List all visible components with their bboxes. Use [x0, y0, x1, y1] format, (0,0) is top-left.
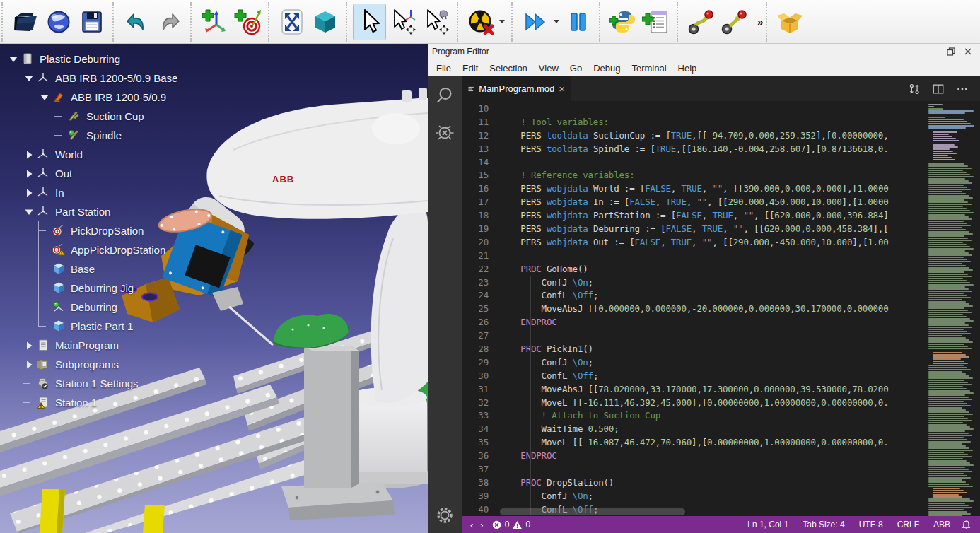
fast-simulation-button[interactable]: [518, 4, 552, 40]
toolbar-overflow-chevron[interactable]: »: [754, 16, 766, 28]
add-reference-frame-button[interactable]: [197, 4, 231, 40]
expander-open-icon[interactable]: [23, 206, 35, 218]
status-back-icon[interactable]: ‹: [467, 520, 476, 530]
plugins-box-button[interactable]: [773, 4, 806, 40]
tree-item-deburring-jig[interactable]: Deburring Jig: [4, 279, 177, 298]
menu-terminal[interactable]: Terminal: [626, 62, 672, 75]
tree-item-world[interactable]: World: [4, 145, 177, 164]
move-reference-tool-button[interactable]: [386, 4, 419, 40]
add-program-button[interactable]: [639, 4, 672, 40]
code-line[interactable]: 23 ConfJ \On;: [462, 276, 925, 290]
search-icon[interactable]: [434, 85, 455, 106]
menu-help[interactable]: Help: [672, 62, 703, 75]
check-collisions-button[interactable]: [464, 4, 497, 40]
menu-selection[interactable]: Selection: [484, 62, 532, 75]
expander-closed-icon[interactable]: [23, 168, 35, 180]
expander-open-icon[interactable]: [23, 72, 35, 84]
add-target-button[interactable]: [231, 4, 264, 40]
language-mode[interactable]: ABB: [930, 520, 954, 529]
open-station-button[interactable]: [8, 4, 42, 40]
check-collisions-dropdown-caret[interactable]: [499, 20, 505, 23]
code-line[interactable]: 12 PERS tooldata SuctionCup := [TRUE,[[-…: [462, 129, 925, 143]
tree-item-spindle[interactable]: Spindle: [4, 126, 177, 145]
code-line[interactable]: 10: [462, 102, 925, 116]
tree-item-abb-irb-1200-5-0-9-base[interactable]: ABB IRB 1200-5/0.9 Base: [4, 69, 177, 88]
tree-item-base[interactable]: Base: [4, 259, 177, 279]
code-line[interactable]: 13 PERS tooldata Spindle := [TRUE,[[186.…: [462, 143, 925, 156]
tree-item-plastic-deburring[interactable]: Plastic Deburring: [4, 49, 177, 69]
encoding[interactable]: UTF-8: [856, 520, 887, 529]
tree-item-plastic-part-1[interactable]: Plastic Part 1: [4, 317, 177, 336]
compare-changes-icon[interactable]: [908, 83, 921, 95]
fast-simulation-dropdown-caret[interactable]: [554, 20, 559, 23]
code-lines[interactable]: 1011 ! Tool variables:12 PERS tooldata S…: [462, 101, 925, 516]
tree-item-abb-irb-1200-5-0-9[interactable]: ABB IRB 1200-5/0.9: [4, 88, 177, 107]
code-line[interactable]: 31 MoveAbsJ [[78.020000,33.170000,17.300…: [462, 383, 925, 397]
expander-closed-icon[interactable]: [23, 358, 35, 370]
tree-item-in[interactable]: In: [4, 183, 177, 202]
notifications-bell-icon[interactable]: [961, 520, 972, 530]
open-online-library-button[interactable]: [42, 4, 75, 40]
debug-icon[interactable]: [434, 122, 455, 143]
tree-item-deburring[interactable]: Deburring: [4, 298, 177, 317]
add-python-program-button[interactable]: [606, 4, 639, 40]
menu-go[interactable]: Go: [564, 62, 588, 75]
code-line[interactable]: 28 PROC PickIn1(): [462, 343, 925, 356]
expander-open-icon[interactable]: [7, 53, 19, 65]
horizontal-scrollbar[interactable]: [500, 508, 685, 515]
expander-closed-icon[interactable]: [23, 339, 35, 351]
code-line[interactable]: 26 ENDPROC: [462, 316, 925, 329]
fit-all-button[interactable]: [275, 4, 308, 40]
tree-item-part-station[interactable]: Part Station: [4, 202, 177, 221]
menu-file[interactable]: File: [431, 62, 457, 75]
code-line[interactable]: 27: [462, 329, 925, 343]
tree-item-mainprogram[interactable]: MainProgram: [4, 336, 177, 355]
tab-close-icon[interactable]: ×: [559, 83, 565, 94]
code-line[interactable]: 17 PERS wobjdata In := [FALSE, TRUE, "",…: [462, 196, 925, 209]
menu-edit[interactable]: Edit: [457, 62, 484, 75]
menu-view[interactable]: View: [533, 62, 564, 75]
tree-item-pickdropsation[interactable]: PickDropSation: [4, 221, 177, 240]
code-line[interactable]: 29 ConfJ \On;: [462, 356, 925, 370]
move-joint-instruction-button[interactable]: [684, 4, 717, 40]
redo-button[interactable]: [153, 4, 186, 40]
code-line[interactable]: 14: [462, 156, 925, 170]
expander-open-icon[interactable]: [38, 91, 50, 103]
editor-titlebar[interactable]: Program Editor: [428, 44, 980, 59]
pause-simulation-button[interactable]: [561, 4, 595, 40]
tab-mainprogram-mod[interactable]: MainProgram.mod ×: [462, 76, 571, 101]
float-window-icon[interactable]: [946, 47, 956, 57]
code-line[interactable]: 21: [462, 250, 925, 263]
move-robot-tool-button[interactable]: [419, 4, 453, 40]
eol-sequence[interactable]: CRLF: [894, 520, 923, 529]
code-line[interactable]: 36 ENDPROC: [462, 450, 925, 463]
code-editor[interactable]: 1011 ! Tool variables:12 PERS tooldata S…: [462, 101, 980, 516]
close-window-icon[interactable]: [963, 47, 973, 57]
tree-item-out[interactable]: Out: [4, 164, 177, 183]
code-line[interactable]: 30 ConfL \Off;: [462, 370, 925, 383]
code-line[interactable]: 16 PERS wobjdata World := [FALSE, TRUE, …: [462, 182, 925, 196]
save-station-button[interactable]: [75, 4, 108, 40]
tree-item-subprograms[interactable]: Subprograms: [4, 355, 177, 374]
code-line[interactable]: 24 ConfL \Off;: [462, 289, 925, 303]
code-line[interactable]: 34 WaitTime 0.500;: [462, 423, 925, 436]
code-line[interactable]: 35 MoveL [[-16.087,46.472,70.960],[0.000…: [462, 436, 925, 450]
code-line[interactable]: 38 PROC DropStation(): [462, 476, 925, 490]
select-tool-button[interactable]: [353, 4, 386, 40]
more-actions-icon[interactable]: [956, 83, 969, 95]
problems-indicator[interactable]: 0 0: [488, 520, 534, 530]
minimap[interactable]: [925, 101, 980, 516]
tree-item-apppickdropstation[interactable]: AppPickDropStation: [4, 240, 177, 259]
3d-viewport[interactable]: ABB: [0, 44, 428, 533]
move-linear-instruction-button[interactable]: [717, 4, 750, 40]
menu-debug[interactable]: Debug: [588, 62, 626, 75]
code-line[interactable]: 15 ! Reference variables:: [462, 169, 925, 182]
code-line[interactable]: 39 ConfJ \On;: [462, 490, 925, 503]
status-forward-icon[interactable]: ›: [477, 520, 486, 530]
undo-button[interactable]: [119, 4, 153, 40]
settings-gear-icon[interactable]: [434, 505, 455, 526]
tree-item-station-1[interactable]: Station 1: [4, 393, 177, 412]
tab-size[interactable]: Tab Size: 4: [799, 520, 848, 529]
code-line[interactable]: 22 PROC GoHome(): [462, 263, 925, 276]
code-line[interactable]: 11 ! Tool variables:: [462, 116, 925, 129]
